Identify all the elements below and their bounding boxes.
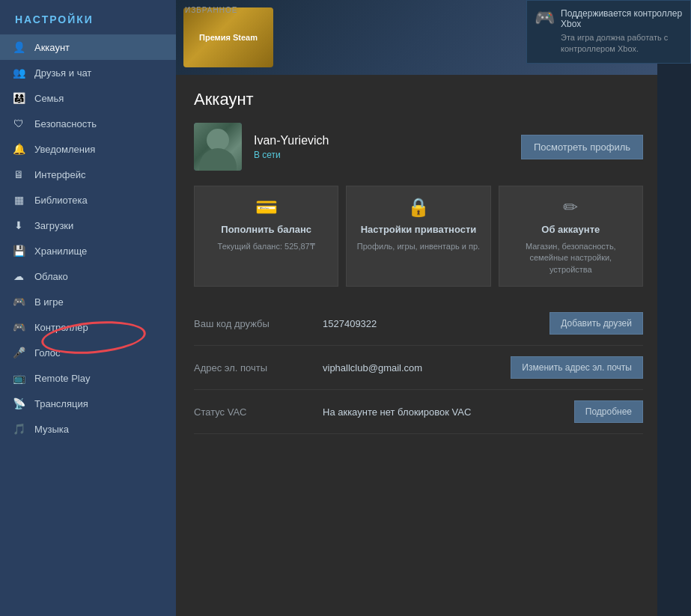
- voice-icon: 🎤: [12, 346, 25, 359]
- notifications-label: Уведомления: [34, 144, 95, 155]
- email-value: viphallclub@gmail.com: [323, 362, 502, 373]
- profile-name: Ivan-Yurievich: [254, 134, 509, 147]
- controller-icon: 🎮: [12, 320, 25, 334]
- account-label: Аккаунт: [34, 42, 70, 53]
- balance-card-title: Пополнить баланс: [221, 224, 311, 235]
- account-section: Аккаунт Ivan-Yurievich В сети Посмотреть…: [176, 75, 661, 616]
- card-privacy[interactable]: 🔒Настройки приватностиПрофиль, игры, инв…: [346, 186, 490, 287]
- email-label: Адрес эл. почты: [194, 362, 314, 373]
- family-label: Семья: [34, 93, 64, 104]
- balance-card-desc: Текущий баланс: 525,87₸: [218, 241, 315, 252]
- sidebar-item-downloads[interactable]: ⬇Загрузки: [0, 213, 176, 238]
- banner-title: Премия Steam: [199, 33, 258, 42]
- xbox-controller-icon: 🎮: [535, 8, 555, 28]
- about-card-desc: Магазин, безопасность, семейные настройк…: [508, 241, 633, 275]
- settings-sidebar: НАСТРОЙКИ 👤Аккаунт👥Друзья и чат👨‍👩‍👧Семь…: [0, 0, 176, 616]
- sidebar-item-controller[interactable]: 🎮Контроллер: [0, 314, 176, 340]
- music-label: Музыка: [34, 424, 69, 435]
- controller-label: Контроллер: [34, 322, 88, 333]
- sidebar-item-remoteplay[interactable]: 📺Remote Play: [0, 365, 176, 391]
- privacy-card-icon: 🔒: [407, 197, 430, 218]
- sidebar-item-ingame[interactable]: 🎮В игре: [0, 289, 176, 314]
- xbox-info-box: 🎮 Поддерживается контроллер Xbox Эта игр…: [526, 0, 691, 64]
- notifications-icon: 🔔: [12, 142, 25, 156]
- main-content: ИЗБРАННОЕ Премия Steam — ☐ ✕ Аккаунт Iva…: [176, 0, 661, 616]
- music-icon: 🎵: [12, 422, 25, 436]
- xbox-body: Эта игра должна работать с контроллером …: [561, 32, 683, 55]
- card-balance[interactable]: 💳Пополнить балансТекущий баланс: 525,87₸: [194, 186, 338, 287]
- page-title: Аккаунт: [194, 90, 643, 109]
- profile-info: Ivan-Yurievich В сети: [254, 134, 509, 160]
- profile-row: Ivan-Yurievich В сети Посмотреть профиль: [194, 123, 643, 171]
- library-icon: ▦: [12, 193, 25, 207]
- downloads-label: Загрузки: [34, 220, 73, 231]
- view-profile-button[interactable]: Посмотреть профиль: [521, 135, 643, 159]
- about-card-title: Об аккаунте: [541, 224, 600, 235]
- downloads-icon: ⬇: [12, 219, 25, 232]
- remoteplay-label: Remote Play: [34, 373, 90, 384]
- info-row-email: Адрес эл. почтыviphallclub@gmail.comИзме…: [194, 346, 643, 390]
- card-about[interactable]: ✏Об аккаунтеМагазин, безопасность, семей…: [499, 186, 643, 287]
- sidebar-item-broadcast[interactable]: 📡Трансляция: [0, 391, 176, 416]
- sidebar-item-interface[interactable]: 🖥Интерфейс: [0, 162, 176, 187]
- profile-status: В сети: [254, 150, 509, 160]
- friends-icon: 👥: [12, 66, 25, 79]
- ingame-icon: 🎮: [12, 295, 25, 308]
- email-button[interactable]: Изменить адрес эл. почты: [511, 356, 643, 379]
- broadcast-icon: 📡: [12, 397, 25, 410]
- security-icon: 🛡: [12, 117, 25, 130]
- sidebar-item-account[interactable]: 👤Аккаунт: [0, 34, 176, 60]
- sidebar-item-notifications[interactable]: 🔔Уведомления: [0, 136, 176, 162]
- sidebar-item-cloud[interactable]: ☁Облако: [0, 263, 176, 289]
- balance-card-icon: 💳: [255, 197, 278, 218]
- sidebar-item-voice[interactable]: 🎤Голос: [0, 340, 176, 365]
- interface-label: Интерфейс: [34, 169, 85, 180]
- sidebar-item-family[interactable]: 👨‍👩‍👧Семья: [0, 85, 176, 111]
- account-icon: 👤: [12, 40, 25, 54]
- interface-icon: 🖥: [12, 168, 25, 181]
- storage-icon: 💾: [12, 244, 25, 257]
- right-side-panel: [657, 0, 691, 616]
- banner-image: Премия Steam: [183, 7, 273, 67]
- vac-label: Статус VAC: [194, 406, 314, 418]
- friends-label: Друзья и чат: [34, 67, 91, 79]
- xbox-title: Поддерживается контроллер Xbox: [561, 8, 683, 29]
- sidebar-item-friends[interactable]: 👥Друзья и чат: [0, 60, 176, 85]
- friend_code-label: Ваш код дружбы: [194, 318, 314, 329]
- storage-label: Хранилище: [34, 246, 87, 257]
- vac-button[interactable]: Подробнее: [574, 400, 643, 423]
- avatar: [194, 123, 242, 171]
- settings-title: НАСТРОЙКИ: [0, 0, 176, 34]
- friend_code-button[interactable]: Добавить друзей: [550, 312, 643, 335]
- broadcast-label: Трансляция: [34, 398, 88, 409]
- security-label: Безопасность: [34, 118, 97, 129]
- banner-label: ИЗБРАННОЕ: [185, 6, 237, 14]
- info-row-friend_code: Ваш код дружбы1527409322Добавить друзей: [194, 302, 643, 346]
- nav-items: 👤Аккаунт👥Друзья и чат👨‍👩‍👧Семья🛡Безопасн…: [0, 34, 176, 616]
- library-label: Библиотека: [34, 195, 88, 206]
- sidebar-item-library[interactable]: ▦Библиотека: [0, 187, 176, 213]
- info-row-vac: Статус VACНа аккаунте нет блокировок VAC…: [194, 390, 643, 434]
- remoteplay-icon: 📺: [12, 371, 25, 385]
- ingame-label: В игре: [34, 296, 64, 308]
- info-rows: Ваш код дружбы1527409322Добавить друзейА…: [194, 302, 643, 434]
- sidebar-item-storage[interactable]: 💾Хранилище: [0, 238, 176, 263]
- sidebar-item-security[interactable]: 🛡Безопасность: [0, 111, 176, 136]
- about-card-icon: ✏: [563, 197, 578, 218]
- avatar-image: [194, 123, 242, 171]
- friend_code-value: 1527409322: [323, 318, 541, 329]
- cards-row: 💳Пополнить балансТекущий баланс: 525,87₸…: [194, 186, 643, 287]
- vac-value: На аккаунте нет блокировок VAC: [323, 406, 565, 418]
- voice-label: Голос: [34, 347, 61, 359]
- family-icon: 👨‍👩‍👧: [12, 91, 25, 105]
- privacy-card-title: Настройки приватности: [361, 224, 477, 235]
- sidebar-item-music[interactable]: 🎵Музыка: [0, 416, 176, 442]
- cloud-icon: ☁: [12, 269, 25, 283]
- cloud-label: Облако: [34, 271, 68, 282]
- privacy-card-desc: Профиль, игры, инвентарь и пр.: [357, 241, 480, 252]
